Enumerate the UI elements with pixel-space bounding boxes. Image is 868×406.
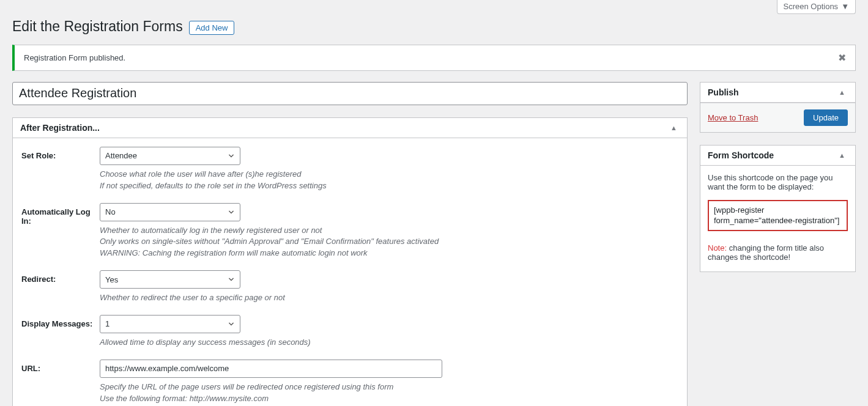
collapse-icon[interactable]: ▲ [836,89,848,96]
success-notice: Registration Form published. ✖ [12,45,856,71]
set-role-label: Set Role: [21,147,100,192]
display-messages-select[interactable]: 1 [100,315,240,333]
after-registration-metabox: After Registration... ▲ Set Role: Attend… [12,117,688,406]
metabox-title: After Registration... [20,123,100,133]
auto-login-select[interactable]: No [100,203,240,221]
auto-login-desc1: Whether to automatically log in the newl… [100,225,678,237]
display-messages-label: Display Messages: [21,315,100,349]
shortcode-note: Note: changing the form title also chang… [708,243,848,262]
publish-metabox: Publish ▲ Move to Trash Update [700,82,856,133]
set-role-desc1: Choose what role the user will have afte… [100,169,678,180]
shortcode-intro: Use this shortcode on the page you want … [708,173,848,191]
move-to-trash-link[interactable]: Move to Trash [708,113,758,122]
notice-message: Registration Form published. [24,53,125,62]
title-input[interactable] [12,82,688,105]
collapse-icon[interactable]: ▲ [836,152,848,159]
add-new-button[interactable]: Add New [189,21,235,35]
auto-login-desc2: Only works on single-sites without "Admi… [100,236,678,248]
redirect-label: Redirect: [21,270,100,304]
publish-title: Publish [708,87,739,97]
auto-login-desc3: WARNING: Caching the registration form w… [100,248,678,259]
shortcode-code[interactable]: [wppb-register form_name="attendee-regis… [708,200,848,231]
shortcode-metabox: Form Shortcode ▲ Use this shortcode on t… [700,145,856,272]
url-label: URL: [21,360,100,405]
screen-options-button[interactable]: Screen Options ▼ [777,0,856,14]
url-desc2: Use the following format: http://www.mys… [100,393,678,405]
note-label: Note: [708,243,727,253]
url-input[interactable] [100,360,442,378]
page-title: Edit the Registration Forms [12,18,183,36]
auto-login-label: Automatically Log In: [21,203,100,260]
collapse-icon[interactable]: ▲ [668,124,680,131]
redirect-select[interactable]: Yes [100,270,240,289]
screen-options-label: Screen Options [784,2,839,11]
shortcode-title: Form Shortcode [708,150,774,160]
url-desc1: Specify the URL of the page users will b… [100,382,678,393]
set-role-select[interactable]: Attendee [100,147,240,165]
close-icon[interactable]: ✖ [838,52,846,64]
set-role-desc2: If not specified, defaults to the role s… [100,180,678,192]
update-button[interactable]: Update [804,109,848,126]
chevron-down-icon: ▼ [841,2,849,11]
redirect-desc1: Whether to redirect the user to a specif… [100,292,678,304]
display-messages-desc1: Allowed time to display any success mess… [100,337,678,349]
